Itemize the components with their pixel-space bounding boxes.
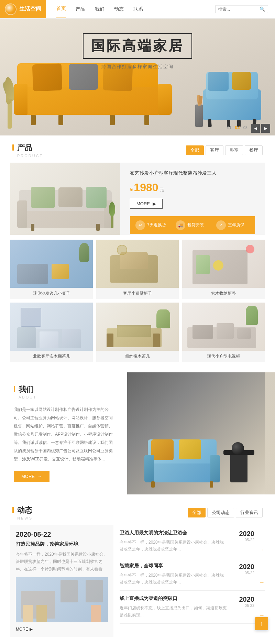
news-header: 动态 NEWS 全部 公司动态 行业资讯: [0, 498, 275, 525]
news-section: 动态 NEWS 全部 公司动态 行业资讯 2020-05-22 打造民族品牌，改…: [0, 498, 275, 644]
nav-item-news[interactable]: 动态: [114, 6, 124, 12]
products-tabs: 全部 客厅 卧室 餐厅: [186, 145, 263, 155]
product-name-2: 客厅小猫壁柜子: [96, 288, 179, 299]
product-img-1: [10, 240, 93, 288]
news-item-3-content: 线上直播成为渠道的突破口 近年门店线长不忘，线上直播成为出口，如何、渠道拓展更是…: [120, 596, 227, 619]
search-box[interactable]: 🔍: [215, 5, 268, 13]
news-item-3-title: 线上直播成为渠道的突破口: [120, 596, 227, 602]
news-tab-all[interactable]: 全部: [188, 508, 206, 517]
hero-blue-chair: [199, 62, 265, 127]
main-nav: 首页 产品 我们 动态 联系: [46, 0, 215, 18]
price-symbol: ¥: [130, 186, 133, 192]
header: 生活空间 首页 产品 我们 动态 联系 🔍: [0, 0, 275, 19]
news-title-box: 动态 NEWS: [12, 505, 33, 520]
hero-subtitle: 跨国合作打造多样家庭生活空间: [83, 64, 192, 70]
about-subtitle: ABOUT: [19, 395, 113, 399]
news-arrow-2: →: [259, 579, 265, 586]
tab-dining[interactable]: 餐厅: [245, 145, 263, 155]
hero-title: 国际高端家居: [83, 33, 192, 59]
feature-1: ↩ 7天退换货: [135, 220, 169, 230]
about-more-btn[interactable]: MORE →: [14, 471, 50, 482]
news-title: 动态: [12, 505, 33, 515]
logo-area[interactable]: 生活空间: [0, 0, 46, 18]
search-input[interactable]: [218, 7, 260, 12]
logo-icon: [5, 3, 16, 15]
nav-item-about[interactable]: 我们: [95, 6, 104, 12]
product-card-5[interactable]: 简约橡木茶几: [96, 303, 179, 362]
about-title: 我们: [14, 385, 113, 395]
tab-bedroom[interactable]: 卧室: [225, 145, 243, 155]
featured-img: [10, 163, 120, 235]
indicator-3[interactable]: 03: [243, 125, 248, 130]
product-card-4[interactable]: 北欧客厅实木搁茶几: [10, 303, 93, 362]
products-section: 产品 PRODUCT 全部 客厅 卧室 餐厅: [0, 135, 275, 369]
news-item-2-content: 智慧家居，全球同享 今年将不一样，2020年是我国关系建设小康社会、决胜脱贫攻坚…: [120, 563, 227, 586]
products-header: 产品 PRODUCT 全部 客厅 卧室 餐厅: [0, 135, 275, 163]
news-item-2-text: 今年将不一样，2020年是我国关系建设小康社会、决胜脱贫攻坚之年，决胜脱贫攻坚之…: [120, 572, 227, 586]
featured-price-row: ¥ 1980 元: [130, 181, 255, 194]
news-more-link[interactable]: MORE ▶: [16, 627, 108, 632]
news-item-1[interactable]: 卫浴人用最文明的方法让卫浴会 今年将不一样，2020年是我国关系建设小康社会、决…: [120, 525, 265, 558]
product-card-6[interactable]: 现代小户型电视柜: [182, 303, 265, 362]
news-featured-date: 2020-05-22: [16, 531, 108, 538]
about-section: 我们 ABOUT 我们是一家以网站设计制作和广告设计制作为主的公司。公司主营业务…: [0, 372, 275, 495]
product-img-4: [10, 303, 93, 351]
featured-info: 布艺沙发小户型客厅现代整装布沙发三人 ¥ 1980 元 MORE ▶ ↩ 7天退…: [120, 163, 265, 235]
news-item-1-date: 2020 05-22: [232, 530, 254, 542]
news-item-2-title: 智慧家居，全球同享: [120, 563, 227, 569]
products-subtitle: PRODUCT: [17, 154, 43, 158]
product-grid-row1: 迷你沙发边几小桌子 客厅小猫壁柜子 实木收纳柜整: [10, 240, 265, 299]
product-grid-row2: 北欧客厅实木搁茶几 简约橡木茶几: [10, 303, 265, 362]
product-name-1: 迷你沙发边几小桌子: [10, 288, 93, 299]
product-name-5: 简约橡木茶几: [96, 351, 179, 362]
product-card-2[interactable]: 客厅小猫壁柜子: [96, 240, 179, 299]
featured-product: 布艺沙发小户型客厅现代整装布沙发三人 ¥ 1980 元 MORE ▶ ↩ 7天退…: [10, 163, 265, 235]
news-item-3[interactable]: 线上直播成为渠道的突破口 近年门店线长不忘，线上直播成为出口，如何、渠道拓展更是…: [120, 591, 265, 624]
news-arrow-1: →: [259, 547, 265, 553]
nav-item-contact[interactable]: 联系: [133, 6, 143, 12]
products-title-box: 产品 PRODUCT: [12, 143, 43, 158]
news-item-1-text: 今年将不一样，2020年是我国关系建设小康社会、决胜脱贫攻坚之年，决胜脱贫攻坚之…: [120, 539, 227, 553]
product-img-5: [96, 303, 179, 351]
product-img-3: [182, 240, 265, 288]
news-featured[interactable]: 2020-05-22 打造民族品牌，改善家居环境 今年将不一样，2020年是我国…: [10, 525, 113, 637]
scroll-top-btn[interactable]: ↑: [255, 617, 268, 630]
indicator-1[interactable]: 01: [227, 125, 231, 130]
news-subtitle: NEWS: [17, 516, 33, 520]
hero-nav-next[interactable]: ▶: [261, 124, 270, 133]
news-featured-img: [16, 577, 108, 622]
hero-content: 国际高端家居 跨国合作打造多样家庭生活空间: [83, 33, 192, 70]
news-featured-title: 打造民族品牌，改善家居环境: [16, 541, 108, 547]
featured-more-btn[interactable]: MORE ▶: [130, 199, 163, 209]
products-content: 布艺沙发小户型客厅现代整装布沙发三人 ¥ 1980 元 MORE ▶ ↩ 7天退…: [0, 163, 275, 369]
news-tab-industry[interactable]: 行业资讯: [236, 508, 263, 517]
plant-left: [5, 77, 14, 129]
tab-all[interactable]: 全部: [186, 145, 204, 155]
about-left: 我们 ABOUT 我们是一家以网站设计制作和广告设计制作为主的公司。公司主营业务…: [0, 372, 127, 495]
news-item-3-text: 近年门店线长不忘，线上直播成为出口，如何、渠道拓展更是难以实现...: [120, 604, 227, 619]
product-card-1[interactable]: 迷你沙发边几小桌子: [10, 240, 93, 299]
hero-nav-prev[interactable]: ◀: [251, 124, 260, 133]
news-tabs: 全部 公司动态 行业资讯: [188, 508, 263, 517]
news-item-3-date: 2020 05-22: [232, 596, 254, 608]
news-list: 卫浴人用最文明的方法让卫浴会 今年将不一样，2020年是我国关系建设小康社会、决…: [120, 525, 265, 637]
logo-text: 生活空间: [19, 6, 41, 13]
nav-item-products[interactable]: 产品: [76, 6, 85, 12]
news-item-1-title: 卫浴人用最文明的方法让卫浴会: [120, 530, 227, 536]
product-card-3[interactable]: 实木收纳柜整: [182, 240, 265, 299]
feature-3: ✓ 三年质保: [216, 220, 250, 230]
hero-section: 国际高端家居 跨国合作打造多样家庭生活空间 01 02: [0, 19, 275, 135]
product-img-6: [182, 303, 265, 351]
search-icon: 🔍: [260, 7, 265, 12]
feature-2: 🚚 包货安装: [176, 220, 209, 230]
about-text: 我们是一家以网站设计制作和广告设计制作为主的公司。公司主营业务为网站设计、网站设…: [14, 405, 113, 463]
tab-living[interactable]: 客厅: [206, 145, 223, 155]
featured-price: 1980: [134, 181, 158, 194]
news-item-2-date: 2020 05-22: [232, 563, 254, 575]
news-item-1-content: 卫浴人用最文明的方法让卫浴会 今年将不一样，2020年是我国关系建设小康社会、决…: [120, 530, 227, 553]
nav-item-home[interactable]: 首页: [56, 0, 66, 18]
indicator-2[interactable]: 02: [235, 125, 240, 130]
news-tab-company[interactable]: 公司动态: [207, 508, 234, 517]
news-item-2[interactable]: 智慧家居，全球同享 今年将不一样，2020年是我国关系建设小康社会、决胜脱贫攻坚…: [120, 558, 265, 591]
product-name-4: 北欧客厅实木搁茶几: [10, 351, 93, 362]
